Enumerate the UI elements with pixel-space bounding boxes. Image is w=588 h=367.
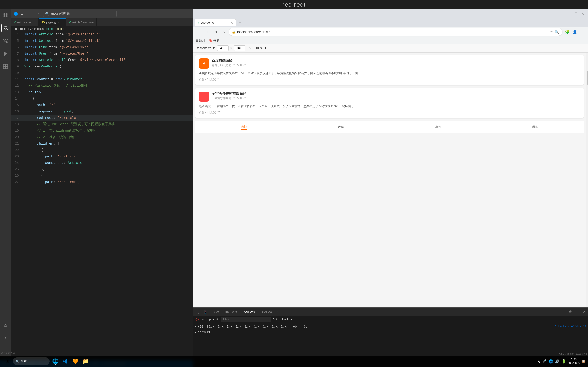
article-card-2[interactable]: T 宇宙头条校招前端面经 不风流怎样倜傥 | 2022-01-20 笔者读大三，…: [195, 88, 584, 118]
context-text: top: [207, 318, 211, 321]
breadcrumb-router-obj[interactable]: router: [46, 27, 53, 31]
svg-point-14: [5, 325, 6, 326]
start-button[interactable]: ⊞: [3, 357, 12, 366]
activity-account[interactable]: [1, 322, 10, 330]
maximize-button[interactable]: ☐: [573, 11, 578, 16]
taskbar-app-csdn[interactable]: 🧡: [71, 357, 80, 366]
browser-tab-vue-demo[interactable]: ▸ vue-demo ✕: [195, 19, 236, 26]
activity-search[interactable]: [1, 24, 10, 32]
nav-item-0[interactable]: 面经: [236, 124, 251, 131]
tray-network[interactable]: 🌐: [548, 359, 553, 364]
taskbar-search-label: 搜索: [21, 359, 27, 363]
tab-index-js[interactable]: JS index.js ×: [39, 18, 66, 26]
height-input[interactable]: [234, 45, 245, 51]
browser-menu-btn[interactable]: ⋮: [579, 29, 585, 35]
activity-explorer[interactable]: [1, 11, 10, 19]
home-btn[interactable]: ⌂: [221, 29, 227, 35]
breadcrumb-routes[interactable]: routes: [56, 27, 64, 31]
nav-label-3: 我的: [532, 125, 538, 129]
devtools-more-tabs[interactable]: »: [277, 310, 279, 314]
minimize-button[interactable]: ─: [566, 11, 571, 16]
devtools-more-btn[interactable]: ⋮: [575, 309, 581, 315]
address-box[interactable]: 🔒 localhost:8080/#/article ☆ 🔍: [229, 28, 562, 36]
breadcrumb-js: JS: [30, 27, 33, 31]
breadcrumb-src[interactable]: src: [14, 27, 17, 31]
new-tab-button[interactable]: +: [237, 19, 243, 26]
responsive-more-btn[interactable]: ⋮: [581, 46, 585, 51]
back-btn[interactable]: ←: [196, 29, 202, 35]
search-input[interactable]: [51, 12, 115, 16]
close-button[interactable]: ✕: [580, 11, 585, 16]
profile-icon[interactable]: 👤: [571, 29, 578, 35]
console-eye-btn[interactable]: 👁: [216, 318, 219, 321]
tab-close-btn[interactable]: ✕: [230, 21, 233, 25]
taskbar-app-explorer[interactable]: 📁: [81, 357, 90, 366]
activity-run[interactable]: [1, 50, 10, 58]
devtools-settings-btn[interactable]: ⚙: [567, 309, 573, 315]
width-input[interactable]: [217, 45, 229, 51]
tab-article-vue[interactable]: V Article.vue: [11, 18, 39, 26]
taskbar-app-vscode[interactable]: [61, 357, 70, 366]
forward-button[interactable]: →: [35, 11, 41, 17]
breadcrumb-filename[interactable]: index.js: [34, 27, 44, 31]
bookmarks-label: 书签: [213, 39, 219, 43]
zoom-select[interactable]: 100% ▼: [255, 46, 267, 50]
line-number-6: 6: [12, 44, 23, 51]
devtools-tab-console[interactable]: Console: [241, 308, 258, 316]
tray-battery[interactable]: 🔋: [561, 359, 566, 364]
activity-settings[interactable]: [1, 334, 10, 342]
tray-notification[interactable]: 📋: [582, 360, 585, 363]
responsive-select[interactable]: Responsive ▼: [196, 46, 215, 50]
console-clear-btn[interactable]: 🚫: [195, 317, 199, 322]
scrollbar-thumb[interactable]: [587, 71, 588, 85]
devtools-tab-elements[interactable]: Elements: [222, 308, 241, 316]
tray-uparrow[interactable]: ∧: [537, 359, 540, 364]
activity-extensions[interactable]: [1, 62, 10, 71]
reload-btn[interactable]: ↻: [212, 29, 219, 35]
console-context-select[interactable]: top ▼: [207, 318, 215, 321]
taskbar-search-icon: 🔍: [16, 360, 19, 363]
devtools-device-btn[interactable]: 📱: [202, 309, 208, 315]
console-filter-input[interactable]: [221, 317, 271, 322]
nav-item-2[interactable]: 喜欢: [431, 124, 446, 130]
tray-time-value: 1:09: [568, 358, 580, 361]
vscode-search-box[interactable]: 🔍: [43, 10, 117, 17]
csdn-watermark: CSDN @learn 11233466: [559, 352, 587, 355]
bookmark-bookmarks[interactable]: 🔖 书签: [209, 39, 219, 43]
taskbar-search[interactable]: 🔍 搜索: [13, 357, 50, 365]
tray-volume[interactable]: 🔊: [555, 359, 560, 364]
extensions-icon[interactable]: 🧩: [564, 29, 571, 35]
tab-search-icon[interactable]: 🔍: [555, 30, 559, 34]
window-buttons: ─ ☐ ✕: [566, 11, 585, 16]
article-card-1[interactable]: B 百度前端面经 青春，那么遥远 | 2022-01-20 虽然百度这几年发展势…: [195, 55, 584, 85]
browser-chrome: ─ ☐ ✕ ▸ vue-demo ✕ + ← → ↻ ⌂ 🔒 localhost…: [193, 9, 588, 52]
hamburger-menu[interactable]: ≡: [19, 10, 25, 17]
dim-close-btn[interactable]: ✕: [247, 46, 252, 50]
tab-close-index-js[interactable]: ×: [58, 20, 60, 25]
taskbar-app-chrome[interactable]: 🌐: [51, 357, 60, 366]
devtools-close-btn[interactable]: ✕: [583, 309, 586, 315]
browser-scrollbar[interactable]: [586, 52, 588, 307]
devtools-inspect-btn[interactable]: ⬚: [195, 309, 201, 315]
forward-btn-browser[interactable]: →: [204, 29, 210, 35]
bookmark-apps[interactable]: ⊞ 应用: [196, 39, 205, 43]
nav-item-1[interactable]: 收藏: [334, 124, 349, 130]
console-stop-btn[interactable]: ⊘: [201, 317, 205, 322]
nav-item-3[interactable]: 我的: [528, 124, 543, 130]
app-content[interactable]: B 百度前端面经 青春，那么遥远 | 2022-01-20 虽然百度这几年发展势…: [193, 52, 586, 307]
console-arrow-2[interactable]: ▶: [195, 330, 196, 334]
tray-mic[interactable]: 🎤: [542, 359, 547, 364]
svg-rect-2: [4, 15, 5, 17]
devtools-tab-vue[interactable]: Vue: [210, 308, 222, 316]
line-number-12: 12: [12, 83, 23, 89]
console-level-select[interactable]: Default levels ▼: [273, 318, 293, 321]
bookmark-star[interactable]: ☆: [550, 30, 553, 34]
tray-clock[interactable]: 1:09 2022/1/20: [568, 358, 580, 365]
console-arrow-1[interactable]: ▶: [195, 324, 196, 329]
activity-source-control[interactable]: [1, 37, 10, 45]
console-source-1[interactable]: Article.vue?34ce:49: [555, 324, 586, 328]
tab-articledetail-vue[interactable]: V ArticleDetail.vue: [66, 18, 97, 26]
back-button[interactable]: ←: [27, 11, 34, 17]
devtools-tab-sources[interactable]: Sources: [258, 308, 276, 316]
breadcrumb-router[interactable]: router: [20, 27, 27, 31]
